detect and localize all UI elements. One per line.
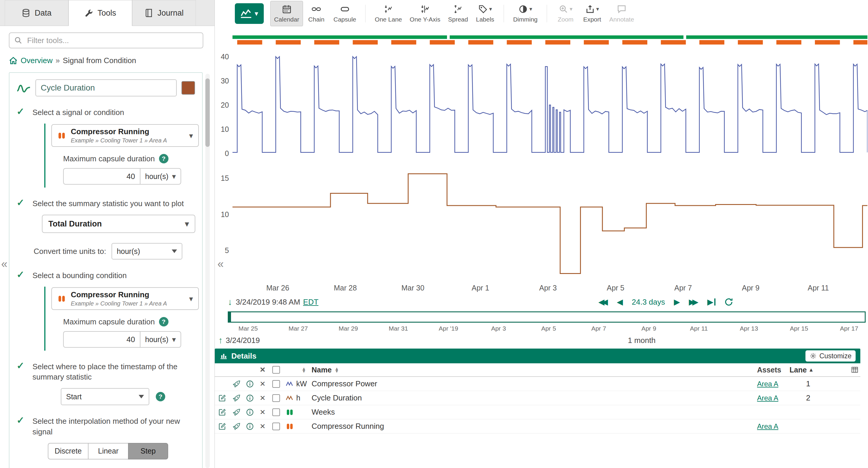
bounding-condition-select[interactable]: Compressor Running Example » Cooling Tow… [51, 287, 199, 310]
toolbar-button-dimming[interactable]: ▾Dimming [509, 1, 541, 26]
bound-max-capsule-input[interactable] [63, 331, 140, 348]
scrollbar-thumb[interactable] [205, 78, 210, 147]
toolbar-button-export[interactable]: ▾Export [579, 1, 606, 26]
interp-linear-button[interactable]: Linear [88, 443, 128, 460]
convert-units-select[interactable]: hour(s) [112, 243, 182, 260]
remove-icon[interactable]: ✕ [260, 380, 266, 388]
toolbar-button-labels[interactable]: ▾Labels [472, 1, 498, 26]
jump-to-end-button[interactable]: ▶ [707, 298, 715, 306]
tab-tools[interactable]: Tools [68, 0, 132, 26]
max-capsule-unit-select[interactable]: hour(s) ▾ [140, 168, 181, 185]
jump-back-button[interactable]: ◀◀ [598, 298, 608, 306]
tab-data[interactable]: Data [5, 0, 68, 26]
collapse-left-chevron[interactable]: « [1, 258, 7, 270]
column-header-name[interactable]: Name [312, 366, 332, 374]
step-forward-button[interactable]: ▶ [674, 298, 680, 306]
rocket-icon[interactable] [232, 408, 241, 416]
remove-icon[interactable]: ✕ [260, 422, 266, 431]
caret-down-icon: ▾ [172, 172, 176, 180]
details-header: Details Customize [215, 348, 860, 363]
breadcrumb-current: Signal from Condition [63, 56, 136, 65]
toolbar-button-one-y-axis[interactable]: One Y-Axis [406, 1, 444, 26]
svg-text:30: 30 [221, 77, 229, 85]
signal-select[interactable]: Compressor Running Example » Cooling Tow… [51, 124, 199, 147]
toolbar-button-one-lane[interactable]: One Lane [371, 1, 406, 26]
sort-icon[interactable]: ▲▼ [302, 367, 306, 373]
tab-journal[interactable]: Journal [132, 0, 196, 26]
caret-down-icon: ▾ [189, 295, 193, 303]
customize-button[interactable]: Customize [805, 350, 856, 362]
interp-discrete-button[interactable]: Discrete [48, 443, 88, 460]
color-swatch[interactable] [181, 81, 195, 95]
trend-chart[interactable]: 40302010015105Mar 26Mar 28Mar 30Apr 1Apr… [215, 27, 868, 295]
refresh-icon[interactable] [724, 298, 733, 306]
search-icon [14, 36, 23, 44]
filter-tools-input[interactable] [9, 32, 203, 48]
interp-step-button[interactable]: Step [128, 443, 168, 460]
step-back-button[interactable]: ◀ [617, 298, 623, 306]
toolbar-button-label: Dimming [513, 16, 537, 23]
rocket-icon[interactable] [232, 380, 241, 388]
trend-chart-svg: 40302010015105Mar 26Mar 28Mar 30Apr 1Apr… [215, 27, 867, 295]
display-start-time[interactable]: 3/24/2019 9:48 AM [236, 298, 300, 307]
max-capsule-label: Maximum capsule duration [63, 317, 155, 327]
breadcrumb-overview[interactable]: Overview [21, 56, 53, 65]
info-icon[interactable] [246, 394, 254, 402]
tab-label: Journal [158, 8, 184, 18]
timebar-left-handle[interactable] [229, 312, 231, 322]
row-checkbox[interactable] [272, 423, 280, 430]
toolbar-button-calendar[interactable]: Calendar [270, 1, 303, 26]
help-icon[interactable]: ? [159, 154, 168, 163]
edit-icon[interactable] [218, 394, 226, 402]
range-start-date[interactable]: 3/24/2019 [226, 336, 260, 345]
toolbar-button-spread[interactable]: Spread [444, 1, 472, 26]
remove-icon[interactable]: ✕ [260, 394, 266, 402]
info-icon[interactable] [246, 408, 254, 416]
row-checkbox[interactable] [272, 380, 280, 388]
asset-link[interactable]: Area A [757, 422, 778, 430]
home-icon[interactable] [9, 56, 18, 65]
help-icon[interactable]: ? [159, 317, 168, 327]
item-unit: h [296, 394, 312, 402]
toolbar-button-chain[interactable]: Chain [303, 1, 330, 26]
table-row: ✕Compressor RunningArea A [215, 419, 860, 434]
max-capsule-input[interactable] [63, 168, 140, 185]
timebar-selected-region[interactable] [228, 311, 866, 323]
check-icon: ✓ [17, 198, 26, 208]
remove-icon[interactable]: ✕ [260, 408, 266, 416]
selected-signal-name: Compressor Running [71, 127, 184, 136]
remove-all-icon[interactable]: ✕ [260, 366, 266, 374]
view-switcher-button[interactable]: ▾ [235, 3, 264, 24]
panel-scrollbar[interactable] [205, 74, 210, 468]
toolbar-button-capsule[interactable]: Capsule [330, 1, 360, 26]
asset-link[interactable]: Area A [757, 380, 778, 388]
jump-forward-button[interactable]: ▶▶ [689, 298, 699, 306]
rocket-icon[interactable] [232, 394, 241, 402]
row-checkbox[interactable] [272, 408, 280, 416]
result-name-input[interactable] [35, 79, 177, 96]
bound-max-capsule-unit-select[interactable]: hour(s) ▾ [140, 331, 181, 348]
column-header-lane[interactable]: Lane [789, 366, 807, 374]
info-icon[interactable] [246, 422, 254, 431]
info-icon[interactable] [246, 380, 254, 388]
help-icon[interactable]: ? [156, 392, 165, 401]
asset-link[interactable]: Area A [757, 394, 778, 402]
timestamp-select[interactable]: Start [61, 388, 149, 405]
bounding-group: Compressor Running Example » Cooling Tow… [44, 287, 195, 350]
check-icon: ✓ [17, 415, 26, 426]
row-checkbox[interactable] [272, 394, 280, 402]
calendar-icon [282, 4, 291, 14]
edit-icon[interactable] [218, 422, 226, 431]
zoom-icon [559, 4, 568, 14]
edit-icon[interactable] [218, 408, 226, 416]
columns-icon[interactable] [851, 366, 859, 374]
sort-icon[interactable]: ▲▼ [335, 367, 339, 373]
collapse-tools-chevron[interactable]: « [217, 258, 224, 270]
duration-label[interactable]: 24.3 days [632, 298, 665, 307]
select-all-checkbox[interactable] [272, 366, 280, 374]
rocket-icon[interactable] [232, 422, 241, 431]
selected-condition-name: Compressor Running [71, 290, 184, 299]
column-header-assets[interactable]: Assets [757, 366, 781, 374]
timezone-link[interactable]: EDT [303, 298, 318, 307]
statistic-select[interactable]: Total Duration ▾ [42, 215, 195, 233]
